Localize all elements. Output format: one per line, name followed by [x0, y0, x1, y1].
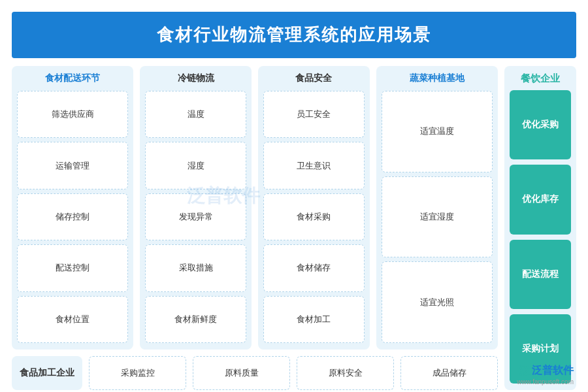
- col3-header: 食品安全: [263, 73, 365, 84]
- right-header: 餐饮企业: [510, 73, 571, 85]
- col1-item-2: 储存控制: [17, 193, 128, 240]
- col4-item-1: 适宜湿度: [382, 176, 493, 258]
- top-row: 食材配送环节 筛选供应商 运输管理 储存控制 配送控制 食材位置 冷链物流 温度…: [12, 66, 498, 350]
- col1-item-1: 运输管理: [17, 142, 128, 189]
- left-area: 食材配送环节 筛选供应商 运输管理 储存控制 配送控制 食材位置 冷链物流 温度…: [12, 66, 498, 390]
- col2-item-2: 发现异常: [145, 193, 246, 240]
- col3-item-0: 员工安全: [263, 91, 365, 138]
- logo-icon: 泛: [519, 363, 531, 378]
- page-title: 食材行业物流管理系统的应用场景: [12, 24, 576, 46]
- column-4: 蔬菜种植基地 适宜温度 适宜湿度 适宜光照: [376, 66, 498, 350]
- main-content: 食材配送环节 筛选供应商 运输管理 储存控制 配送控制 食材位置 冷链物流 温度…: [0, 58, 588, 392]
- bottom-item-0: 采购监控: [89, 356, 186, 390]
- col4-header: 蔬菜种植基地: [382, 73, 493, 84]
- right-column: 餐饮企业 优化采购 优化库存 配送流程 采购计划: [504, 66, 576, 390]
- col2-item-4: 食材新鲜度: [145, 296, 246, 343]
- col4-item-2: 适宜光照: [382, 261, 493, 343]
- col3-item-2: 食材采购: [263, 193, 365, 240]
- col1-item-0: 筛选供应商: [17, 91, 128, 138]
- col2-header: 冷链物流: [145, 73, 246, 84]
- bottom-item-2: 原料安全: [297, 356, 394, 390]
- col1-header: 食材配送环节: [17, 73, 128, 84]
- bottom-item-3: 成品储存: [400, 356, 498, 390]
- bottom-label: 食品加工企业: [12, 356, 82, 390]
- logo-brand: 泛 泛普软件: [519, 363, 574, 378]
- col1-item-4: 食材位置: [17, 296, 128, 343]
- col4-item-0: 适宜温度: [382, 91, 493, 172]
- column-2: 冷链物流 温度 湿度 发现异常 采取措施 食材新鲜度: [140, 66, 252, 350]
- column-1: 食材配送环节 筛选供应商 运输管理 储存控制 配送控制 食材位置: [12, 66, 133, 350]
- logo-url: www.fanpusoft.com: [517, 378, 574, 385]
- btn-delivery-process[interactable]: 配送流程: [510, 240, 571, 309]
- col2-item-0: 温度: [145, 91, 246, 138]
- column-3: 食品安全 员工安全 卫生意识 食材采购 食材储存 食材加工: [258, 66, 370, 350]
- bottom-item-1: 原料质量: [193, 356, 290, 390]
- page-header: 食材行业物流管理系统的应用场景: [12, 12, 576, 58]
- col3-item-1: 卫生意识: [263, 142, 365, 189]
- col2-item-3: 采取措施: [145, 244, 246, 291]
- btn-optimize-purchase[interactable]: 优化采购: [510, 90, 571, 159]
- col3-item-3: 食材储存: [263, 244, 365, 291]
- col3-item-4: 食材加工: [263, 296, 365, 343]
- logo-area: 泛 泛普软件 www.fanpusoft.com: [517, 363, 574, 385]
- btn-optimize-stock[interactable]: 优化库存: [510, 165, 571, 234]
- logo-text: 泛普软件: [532, 364, 574, 378]
- bottom-row: 食品加工企业 采购监控 原料质量 原料安全 成品储存: [12, 356, 498, 390]
- col1-item-3: 配送控制: [17, 244, 128, 291]
- col2-item-1: 湿度: [145, 142, 246, 189]
